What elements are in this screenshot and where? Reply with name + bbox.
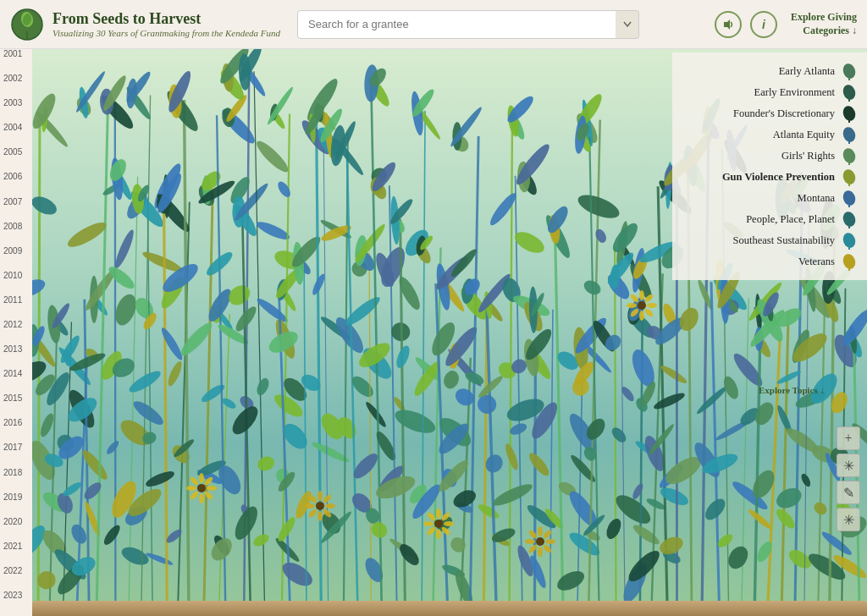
search-input[interactable] bbox=[297, 10, 619, 39]
year-label-2011: 2011 bbox=[3, 295, 22, 305]
legend-item-veterans[interactable]: Veterans bbox=[681, 252, 859, 271]
year-label-2013: 2013 bbox=[3, 344, 22, 354]
search-dropdown-button[interactable] bbox=[616, 10, 639, 39]
info-icon: i bbox=[762, 18, 765, 31]
legend-leaf-icon bbox=[840, 83, 859, 102]
year-label-2005: 2005 bbox=[3, 147, 22, 157]
svg-point-551 bbox=[436, 509, 441, 519]
legend-item-southeast-sustainability[interactable]: Southeast Sustainability bbox=[681, 231, 859, 250]
legend-leaf-icon bbox=[840, 210, 859, 228]
title-block: From Seeds to Harvest Visualizing 30 Yea… bbox=[52, 10, 280, 39]
svg-marker-4 bbox=[724, 19, 730, 30]
svg-point-560 bbox=[538, 526, 543, 536]
legend-item-early-environment[interactable]: Early Environment bbox=[681, 83, 859, 102]
legend-leaf-icon bbox=[840, 252, 859, 271]
header-icons: i bbox=[715, 11, 777, 38]
svg-point-563 bbox=[647, 303, 657, 308]
year-label-2006: 2006 bbox=[3, 172, 22, 181]
legend-item-montana[interactable]: Montana bbox=[681, 189, 859, 207]
svg-point-538 bbox=[318, 511, 323, 521]
logo-icon bbox=[10, 8, 44, 41]
legend-leaf-icon bbox=[840, 125, 859, 144]
year-label-2016: 2016 bbox=[3, 418, 22, 427]
svg-point-535 bbox=[197, 484, 206, 492]
legend-leaf-icon bbox=[840, 189, 859, 207]
year-labels: 2001200220032004200520062007200820092010… bbox=[0, 49, 32, 616]
year-label-2017: 2017 bbox=[3, 443, 22, 452]
legend-leaf-icon bbox=[840, 168, 859, 186]
app-title: From Seeds to Harvest bbox=[52, 10, 280, 29]
app-subtitle: Visualizing 30 Years of Grantmaking from… bbox=[52, 28, 280, 38]
svg-point-558 bbox=[525, 539, 535, 544]
year-label-2007: 2007 bbox=[3, 197, 22, 206]
year-label-2014: 2014 bbox=[3, 369, 22, 378]
year-label-2020: 2020 bbox=[3, 517, 22, 526]
svg-point-553 bbox=[434, 520, 443, 528]
legend-item-people--place--planet[interactable]: People, Place, Planet bbox=[681, 210, 859, 228]
legend-label: Southeast Sustainability bbox=[733, 234, 835, 247]
legend-leaf-icon bbox=[840, 146, 859, 165]
svg-point-569 bbox=[639, 290, 644, 300]
year-label-2001: 2001 bbox=[3, 49, 22, 58]
zoom-controls: + ✳ ✎ ✳ bbox=[837, 426, 860, 531]
svg-point-531 bbox=[186, 486, 196, 491]
explore-categories-button[interactable]: Explore Giving Categories ↓ bbox=[791, 11, 857, 37]
legend-panel: Early AtlantaEarly EnvironmentFounder's … bbox=[672, 52, 867, 280]
legend-leaf-icon bbox=[840, 104, 859, 123]
svg-point-571 bbox=[638, 301, 646, 310]
legend-label: Gun Violence Prevention bbox=[722, 171, 835, 184]
year-label-2022: 2022 bbox=[3, 566, 22, 575]
zoom-asterisk2-button[interactable]: ✳ bbox=[837, 508, 860, 531]
svg-point-540 bbox=[305, 503, 315, 509]
year-label-2015: 2015 bbox=[3, 393, 22, 403]
svg-point-567 bbox=[627, 303, 637, 308]
legend-item-gun-violence-prevention[interactable]: Gun Violence Prevention bbox=[681, 168, 859, 186]
legend-label: Early Atlanta bbox=[779, 65, 835, 78]
year-label-2010: 2010 bbox=[3, 271, 22, 280]
svg-point-549 bbox=[423, 521, 434, 526]
legend-label: Montana bbox=[798, 192, 835, 205]
explore-topics-button[interactable]: Explore Topics ↓ bbox=[759, 384, 825, 396]
speaker-icon bbox=[722, 19, 734, 30]
legend-label: People, Place, Planet bbox=[746, 213, 835, 226]
header: From Seeds to Harvest Visualizing 30 Yea… bbox=[0, 0, 867, 49]
svg-point-565 bbox=[639, 311, 644, 321]
svg-point-542 bbox=[318, 491, 323, 501]
legend-item-girls--rights[interactable]: Girls' Rights bbox=[681, 146, 859, 165]
year-label-2003: 2003 bbox=[3, 98, 22, 107]
svg-point-533 bbox=[199, 473, 204, 483]
legend-leaf-icon bbox=[840, 62, 859, 80]
legend-label: Veterans bbox=[798, 256, 835, 268]
legend-label: Atlanta Equity bbox=[773, 129, 835, 141]
year-label-2019: 2019 bbox=[3, 492, 22, 502]
year-label-2021: 2021 bbox=[3, 542, 22, 551]
legend-label: Founder's Discretionary bbox=[733, 107, 835, 120]
year-label-2018: 2018 bbox=[3, 468, 22, 477]
ground bbox=[32, 601, 867, 616]
svg-point-544 bbox=[316, 502, 324, 510]
legend-label: Early Environment bbox=[754, 86, 835, 99]
legend-item-founder-s-discretionary[interactable]: Founder's Discretionary bbox=[681, 104, 859, 123]
year-label-2023: 2023 bbox=[3, 591, 22, 600]
year-label-2008: 2008 bbox=[3, 222, 22, 231]
legend-leaf-icon bbox=[840, 231, 859, 250]
svg-point-554 bbox=[545, 539, 555, 544]
year-label-2012: 2012 bbox=[3, 320, 22, 329]
chevron-down-icon bbox=[623, 21, 632, 27]
zoom-edit-button[interactable]: ✎ bbox=[837, 481, 860, 504]
svg-point-527 bbox=[207, 486, 217, 491]
legend-label: Girls' Rights bbox=[781, 150, 835, 162]
svg-point-536 bbox=[325, 503, 335, 509]
zoom-in-button[interactable]: + bbox=[837, 426, 860, 450]
svg-line-327 bbox=[534, 355, 535, 616]
svg-point-529 bbox=[199, 493, 204, 503]
year-label-2009: 2009 bbox=[3, 246, 22, 256]
legend-item-early-atlanta[interactable]: Early Atlanta bbox=[681, 62, 859, 80]
info-button[interactable]: i bbox=[750, 11, 777, 38]
zoom-asterisk1-button[interactable]: ✳ bbox=[837, 454, 860, 477]
year-label-2002: 2002 bbox=[3, 74, 22, 83]
year-label-2004: 2004 bbox=[3, 123, 22, 132]
legend-item-atlanta-equity[interactable]: Atlanta Equity bbox=[681, 125, 859, 144]
svg-point-547 bbox=[436, 529, 441, 539]
audio-button[interactable] bbox=[715, 11, 742, 38]
